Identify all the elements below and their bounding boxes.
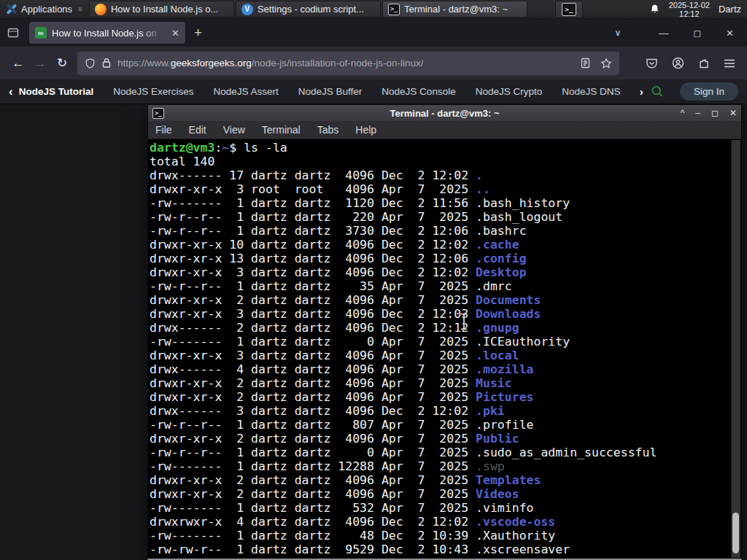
panel-user-label[interactable]: Dartz xyxy=(719,4,741,15)
hamburger-menu-icon[interactable] xyxy=(724,58,735,69)
terminal-line: drwx------ 2 dartz dartz 4096 Dec 2 12:1… xyxy=(150,321,729,335)
forward-button[interactable]: → xyxy=(29,56,51,71)
browser-tab[interactable]: ∞ How to Install Node.js on ✕ xyxy=(29,22,185,44)
nav-item-nodejs-assert[interactable]: NodeJS Assert xyxy=(213,86,278,97)
notification-bell-icon[interactable] xyxy=(649,4,660,15)
terminal-minimize-icon[interactable]: – xyxy=(695,108,700,118)
terminal-menu-terminal[interactable]: Terminal xyxy=(262,124,301,136)
panel-clock[interactable]: 2025-12-02 12:12 xyxy=(669,1,710,18)
terminal-line: drwx------ 3 dartz dartz 4096 Dec 2 12:0… xyxy=(150,404,729,418)
terminal-line: -rw-r--r-- 1 dartz dartz 807 Apr 7 2025 … xyxy=(150,418,729,432)
nav-item-nodejs-console[interactable]: NodeJS Console xyxy=(382,86,455,97)
taskbar-button-label: How to Install Node.js o... xyxy=(111,4,218,15)
terminal-icon: >_ xyxy=(388,4,400,15)
terminal-scrollbar-thumb[interactable] xyxy=(732,513,739,553)
nav-item-nodejs-exercises[interactable]: NodeJS Exercises xyxy=(113,86,193,97)
window-maximize-icon[interactable]: ◻ xyxy=(693,28,701,39)
terminal-icon: >_ xyxy=(562,3,576,16)
codium-icon: V xyxy=(241,4,253,15)
terminal-line: drwxr-xr-x 3 dartz dartz 4096 Dec 2 12:0… xyxy=(150,265,729,279)
taskbar-window-buttons: How to Install Node.js o...VSettings - c… xyxy=(88,0,528,18)
terminal-line: -rw-rw-r-- 1 dartz dartz 9529 Dec 2 10:4… xyxy=(150,542,729,556)
url-path: /node-js/installation-of-node-js-on-linu… xyxy=(252,58,424,69)
terminal-line: drwxr-xr-x 2 dartz dartz 4096 Apr 7 2025… xyxy=(150,390,729,404)
reload-button[interactable]: ↻ xyxy=(51,55,73,71)
nav-item-nodejs-tutorial[interactable]: NodeJS Tutorial xyxy=(19,86,94,97)
geeksforgeeks-favicon-icon: ∞ xyxy=(35,27,47,39)
url-protocol: https://www. xyxy=(117,58,171,69)
terminal-line: -rw-r--r-- 1 dartz dartz 35 Apr 7 2025 .… xyxy=(150,279,729,293)
terminal-line: -rw-r--r-- 1 dartz dartz 220 Apr 7 2025 … xyxy=(150,210,729,224)
terminal-line: drwxr-xr-x 2 dartz dartz 4096 Apr 7 2025… xyxy=(150,293,729,307)
bookmark-star-icon[interactable] xyxy=(600,58,612,69)
terminal-menu-file[interactable]: File xyxy=(155,124,172,136)
terminal-menu-tabs[interactable]: Tabs xyxy=(317,124,339,136)
tabbar-controls: ∨ — ◻ ✕ xyxy=(615,28,740,39)
terminal-menu-help[interactable]: Help xyxy=(355,124,376,136)
url-bar[interactable]: https://www.geeksforgeeks.org/node-js/in… xyxy=(77,52,619,75)
terminal-line: -rw-r--r-- 1 dartz dartz 3730 Dec 2 12:0… xyxy=(150,224,729,238)
extensions-icon[interactable] xyxy=(698,58,710,69)
terminal-total-line: total 140 xyxy=(150,155,729,168)
firefox-icon xyxy=(95,4,107,15)
terminal-scrollbar[interactable] xyxy=(731,140,740,558)
terminal-line: drwxr-xr-x 2 dartz dartz 4096 Apr 7 2025… xyxy=(150,432,729,446)
taskbar-button-terminal[interactable]: >_Terminal - dartz@vm3: ~ xyxy=(382,1,527,18)
terminal-line: -rw------- 1 dartz dartz 1120 Dec 2 11:5… xyxy=(150,196,729,210)
window-minimize-icon[interactable]: — xyxy=(659,28,668,39)
sign-in-button[interactable]: Sign In xyxy=(680,82,738,101)
terminal-maximize-icon[interactable]: ◻ xyxy=(711,108,719,118)
list-all-tabs-icon[interactable]: ∨ xyxy=(615,28,622,38)
nav-item-nodejs-buffer[interactable]: NodeJS Buffer xyxy=(298,86,363,97)
terminal-window-controls: ^ – ◻ ✕ xyxy=(681,108,737,118)
new-tab-button[interactable]: + xyxy=(194,25,202,41)
terminal-line: drwxr-xr-x 3 dartz dartz 4096 Apr 7 2025… xyxy=(150,349,729,362)
pocket-save-icon[interactable] xyxy=(646,58,658,69)
terminal-title-bar[interactable]: >_ Terminal - dartz@vm3: ~ ^ – ◻ ✕ xyxy=(148,105,741,121)
urlbar-actions xyxy=(581,58,612,69)
terminal-close-icon[interactable]: ✕ xyxy=(729,108,737,118)
toolbar-action-icons xyxy=(625,57,740,69)
terminal-line: -rw-r--r-- 1 dartz dartz 0 Apr 7 2025 .s… xyxy=(150,446,729,459)
taskbar-button-label: Settings - codium script... xyxy=(258,4,364,15)
terminal-line: drwxr-xr-x 13 dartz dartz 4096 Dec 2 12:… xyxy=(150,252,729,265)
taskbar-button-label: Terminal - dartz@vm3: ~ xyxy=(404,4,508,15)
tab-close-icon[interactable]: ✕ xyxy=(171,28,179,39)
panel-status-area: 2025-12-02 12:12 Dartz xyxy=(649,0,747,18)
firefox-view-icon[interactable] xyxy=(7,27,19,39)
nav-scroll-right-icon[interactable]: › xyxy=(640,85,643,98)
tab-title: How to Install Node.js on xyxy=(52,28,166,39)
nav-scroll-left-icon[interactable]: ‹ xyxy=(9,85,13,99)
terminal-icon: >_ xyxy=(152,108,164,119)
tray-terminal-launcher[interactable]: >_ xyxy=(555,1,583,18)
terminal-output[interactable]: dartz@vm3:~$ ls -latotal 140drwx------ 1… xyxy=(150,141,729,559)
account-icon[interactable] xyxy=(672,57,684,69)
tracking-shield-icon[interactable] xyxy=(85,58,96,69)
browser-toolbar: ← → ↻ https://www.geeksforgeeks.org/node… xyxy=(0,47,747,79)
clock-time: 12:12 xyxy=(669,9,710,18)
lock-icon[interactable] xyxy=(102,58,111,69)
nav-item-nodejs-dns[interactable]: NodeJS DNS xyxy=(562,86,620,97)
back-button[interactable]: ← xyxy=(7,56,29,71)
terminal-line: -rw------- 1 dartz dartz 12288 Apr 7 202… xyxy=(150,459,729,473)
terminal-menu-bar: FileEditViewTerminalTabsHelp xyxy=(148,121,741,139)
terminal-menu-view[interactable]: View xyxy=(223,124,245,136)
terminal-rollup-icon[interactable]: ^ xyxy=(681,108,685,118)
taskbar-button-codium[interactable]: VSettings - codium script... xyxy=(236,1,381,18)
terminal-line: drwxr-xr-x 2 dartz dartz 4096 Apr 7 2025… xyxy=(150,376,729,390)
site-search-icon[interactable] xyxy=(651,85,664,98)
clock-date: 2025-12-02 xyxy=(669,1,710,9)
window-close-icon[interactable]: ✕ xyxy=(726,28,734,39)
reader-view-icon[interactable] xyxy=(581,58,590,69)
taskbar-button-firefox[interactable]: How to Install Node.js o... xyxy=(89,1,234,18)
terminal-line: -rw------- 1 dartz dartz 532 Apr 7 2025 … xyxy=(150,501,729,515)
site-nav-items: NodeJS TutorialNodeJS ExercisesNodeJS As… xyxy=(19,86,638,97)
terminal-menu-edit[interactable]: Edit xyxy=(189,124,206,136)
browser-tab-bar: ∞ How to Install Node.js on ✕ + ∨ — ◻ ✕ xyxy=(0,19,747,47)
applications-label: Applications xyxy=(21,4,72,15)
terminal-line: drwxrwxr-x 4 dartz dartz 4096 Dec 2 12:0… xyxy=(150,515,729,529)
applications-menu-button[interactable]: Applications ≡ xyxy=(0,0,88,18)
nav-item-nodejs-crypto[interactable]: NodeJS Crypto xyxy=(476,86,543,97)
terminal-line: drwxr-xr-x 3 dartz dartz 4096 Dec 2 12:0… xyxy=(150,307,729,321)
terminal-line: drwx------ 17 dartz dartz 4096 Dec 2 12:… xyxy=(150,168,729,182)
